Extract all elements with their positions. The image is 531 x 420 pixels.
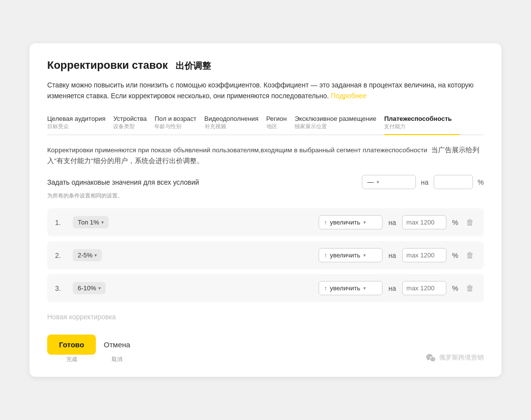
done-wrapper: Готово 完成 [47, 335, 96, 363]
arrow-up-icon: ↑ [324, 285, 327, 292]
correction-row-2: 2. 2-5% ▾ ↑ увеличить ▾ на % 🗑 [47, 241, 484, 269]
increase-label-2: увеличить [330, 252, 360, 259]
done-button[interactable]: Готово [47, 335, 96, 355]
row-number-3: 3. [55, 284, 67, 292]
tab-payment[interactable]: Платежеспособность 支付能力 [384, 111, 460, 135]
set-all-na: на [421, 178, 429, 186]
set-all-sublabel: 为所有的条件设置相同的设置。 [47, 192, 484, 199]
set-all-input[interactable] [434, 175, 473, 189]
tab-exclusive[interactable]: Эксклюзивное размещение 独家展示位置 [295, 111, 384, 135]
percent-2: % [452, 252, 458, 259]
segment-badge-2[interactable]: 2-5% ▾ [73, 249, 102, 261]
tabs-row: Целевая аудитория 目标受众 Устройства 设备类型 П… [47, 111, 484, 135]
correction-row-3: 3. 6-10% ▾ ↑ увеличить ▾ на % 🗑 [47, 274, 484, 302]
na-label-1: на [388, 219, 396, 226]
watermark: 俄罗斯跨境营销 [425, 352, 484, 363]
chevron-down-icon: ▾ [363, 285, 366, 291]
description-text: Ставку можно повысить или понизить с пом… [47, 81, 473, 100]
page-title-cn: 出价调整 [176, 60, 211, 72]
chevron-down-icon: ▾ [98, 285, 101, 291]
main-card: Корректировки ставок 出价调整 Ставку можно п… [30, 43, 502, 377]
increase-select-1[interactable]: ↑ увеличить ▾ [319, 215, 383, 229]
delete-button-2[interactable]: 🗑 [464, 249, 476, 262]
tab-devices[interactable]: Устройства 设备类型 [113, 111, 154, 135]
delete-button-1[interactable]: 🗑 [464, 216, 476, 229]
new-correction-button[interactable]: Новая корректировка [47, 307, 116, 327]
chevron-down-icon: ▾ [94, 252, 97, 258]
row-input-1[interactable] [402, 215, 446, 229]
arrow-up-icon: ↑ [324, 252, 327, 259]
na-label-2: на [388, 252, 396, 259]
percent-3: % [452, 284, 458, 292]
cancel-wrapper: Отмена 取消 [104, 335, 130, 363]
page-description: Ставку можно повысить или понизить с пом… [47, 80, 484, 102]
correction-row-1: 1. Топ 1% ▾ ↑ увеличить ▾ на % 🗑 [47, 208, 484, 236]
tab-region[interactable]: Регион 地区 [266, 111, 295, 135]
chevron-down-icon: ▾ [363, 220, 366, 225]
percent-1: % [452, 219, 458, 226]
chevron-down-icon: ▾ [363, 252, 366, 258]
section-description: Корректировки применяются при показе объ… [47, 145, 484, 166]
done-sublabel: 完成 [66, 356, 77, 363]
increase-label-1: увеличить [330, 219, 360, 226]
set-all-select[interactable]: — ▾ [362, 175, 416, 189]
set-all-row: Задать одинаковые значения для всех усло… [47, 175, 484, 189]
title-row: Корректировки ставок 出价调整 [47, 59, 484, 72]
segment-badge-3[interactable]: 6-10% ▾ [73, 282, 106, 294]
watermark-text: 俄罗斯跨境营销 [439, 353, 484, 362]
tab-video[interactable]: Видеодополнения 补充视频 [205, 111, 266, 135]
increase-select-3[interactable]: ↑ увеличить ▾ [319, 281, 383, 295]
wechat-icon [425, 352, 436, 363]
delete-button-3[interactable]: 🗑 [464, 282, 476, 295]
arrow-up-icon: ↑ [324, 219, 327, 226]
page-title-ru: Корректировки ставок [47, 59, 168, 72]
set-all-label: Задать одинаковые значения для всех усло… [47, 178, 357, 186]
chevron-down-icon: ▾ [101, 220, 104, 225]
row-number-2: 2. [55, 252, 67, 259]
cancel-button[interactable]: Отмена [104, 335, 130, 355]
more-link[interactable]: Подробнее [331, 92, 367, 100]
segment-badge-1[interactable]: Топ 1% ▾ [73, 216, 109, 228]
row-number-1: 1. [55, 219, 67, 226]
tab-target[interactable]: Целевая аудитория 目标受众 [47, 111, 113, 135]
na-label-3: на [388, 284, 396, 292]
chevron-down-icon: ▾ [377, 179, 379, 185]
cancel-sublabel: 取消 [112, 356, 122, 363]
row-input-2[interactable] [402, 248, 446, 262]
set-all-percent: % [478, 178, 484, 186]
increase-select-2[interactable]: ↑ увеличить ▾ [319, 248, 383, 262]
tab-gender-age[interactable]: Пол и возраст 年龄与性别 [154, 111, 204, 135]
tabs-container: Целевая аудитория 目标受众 Устройства 设备类型 П… [47, 111, 484, 135]
increase-label-3: увеличить [330, 284, 360, 292]
action-row: Готово 完成 Отмена 取消 [47, 335, 484, 363]
row-input-3[interactable] [402, 281, 446, 295]
